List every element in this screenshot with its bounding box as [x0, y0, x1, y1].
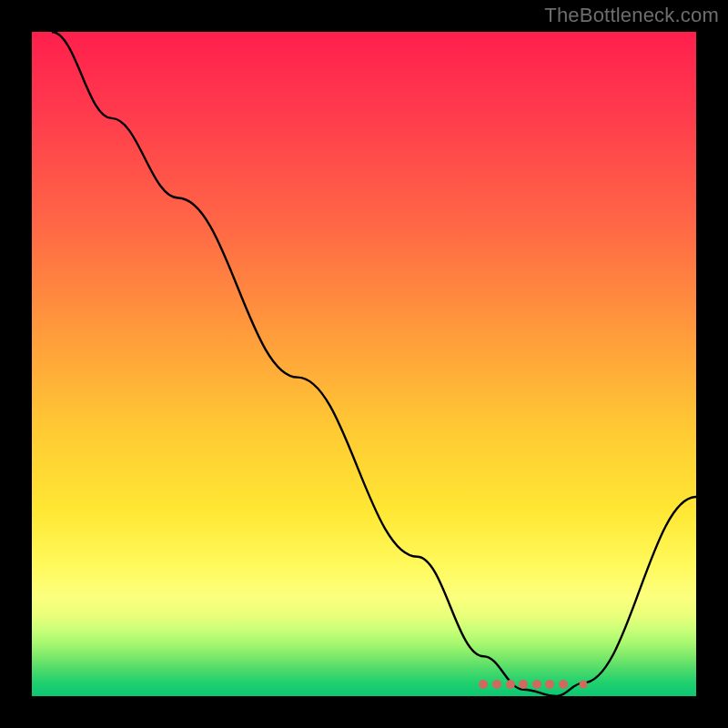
- marker-dot: [506, 680, 515, 689]
- plot-area: [32, 32, 696, 696]
- marker-dot: [545, 680, 554, 689]
- marker-dot: [532, 680, 541, 689]
- marker-dot: [492, 680, 501, 689]
- attribution-label: TheBottleneck.com: [544, 4, 719, 27]
- marker-dot: [579, 680, 587, 688]
- marker-dot: [559, 680, 568, 689]
- chart-frame: TheBottleneck.com: [0, 0, 728, 728]
- optimal-cluster: [32, 32, 696, 696]
- marker-dot: [519, 680, 528, 689]
- marker-dot: [479, 680, 488, 689]
